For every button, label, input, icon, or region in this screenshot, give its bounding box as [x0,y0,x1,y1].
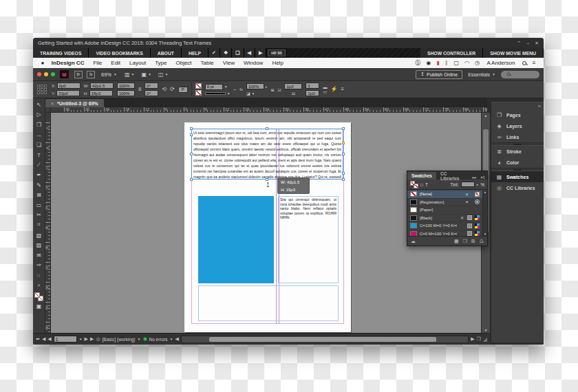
delete-swatch-icon[interactable]: ♺ [480,239,484,244]
video-nav-button[interactable]: HELP [182,48,208,58]
menu-item[interactable]: Layout [125,60,150,66]
menu-app-name[interactable]: InDesign CC [47,60,89,66]
opacity-field[interactable]: 100% [246,83,264,89]
stroke-style-dropdown[interactable] [205,92,226,95]
scale-y-field[interactable]: 100% [117,90,135,96]
menu-item[interactable]: Type [151,60,171,66]
drop-shadow-icon[interactable]: ◪ [246,91,250,96]
tool-button[interactable]: ⌕ [34,281,44,291]
fill-color-none[interactable] [195,83,202,89]
menubar-status-icon[interactable]: Ⓢ [413,59,423,67]
tool-button[interactable]: ▷ [34,110,44,120]
video-menu-button[interactable]: SHOW CONTROLLER [420,48,483,58]
apple-icon[interactable]: ● [39,60,47,66]
selection-handle[interactable] [190,153,193,155]
close-traffic-light[interactable] [37,72,41,76]
chevron-icon[interactable]: ▸ [477,182,479,186]
chevron-down-icon[interactable]: ▼ [138,337,141,341]
swatch-row[interactable]: [None] ✕ [407,190,482,199]
stock-button[interactable]: St [87,71,95,78]
stroke-color-none[interactable] [195,90,202,96]
zoom-traffic-light[interactable] [51,72,55,76]
page[interactable]: Ut esto ioremimagni ipsunt etur re, odi … [184,122,351,332]
blue-rectangle-frame[interactable] [198,196,274,283]
next-page-icon[interactable]: ▶ [85,336,88,342]
shear-field[interactable]: 0° [144,90,158,96]
collapse-panels-icon[interactable]: « [538,104,541,109]
menubar-status-icon[interactable]: ◉ [424,60,434,66]
formatting-affects-text-icon[interactable]: T [425,182,428,187]
selection-handle[interactable] [342,153,345,155]
player-control-icon[interactable]: ❑ [232,48,244,58]
player-control-icon[interactable]: ✓ [208,48,220,58]
tool-button[interactable]: ☞ [34,270,44,281]
menubar-status-icon[interactable]: ▮ [434,60,442,66]
cc-library-icon[interactable]: ☁ [411,239,416,244]
tool-button[interactable]: ↖ [34,100,44,110]
frame-fitting-icon[interactable]: ⊞ [270,87,274,92]
tool-button[interactable]: ✎ [34,180,44,190]
dock-panel-button[interactable]: ◕ Color [491,157,544,168]
swatch-row[interactable]: [Black] ✕ [407,215,482,223]
fill-stroke-proxy[interactable] [34,292,43,301]
spread-view-icon[interactable]: ❐ [477,336,481,342]
ruler-origin-box[interactable] [45,107,51,113]
menu-item[interactable]: File [89,60,106,66]
page-number-field[interactable]: 1 [54,336,77,342]
in-port[interactable] [190,133,193,136]
swatch-row[interactable]: C=100 M=0 Y=0 K=0 [407,222,482,230]
height-field[interactable]: 15p3 [89,90,113,96]
y-position-field[interactable]: 33p0 [56,90,80,96]
tab-close-icon[interactable]: × [51,101,54,106]
tool-button[interactable]: ∕ [34,160,44,171]
scroll-up-icon[interactable]: ▲ [482,113,490,118]
empty-text-frame[interactable] [198,285,339,321]
dock-panel-button[interactable]: ▦ Swatches [491,171,544,182]
close-icon[interactable]: ✕ [535,41,539,45]
video-nav-button[interactable]: VIDEO BOOKMARKS [89,48,150,58]
reference-point-proxy[interactable] [37,85,47,94]
formatting-affects-container-icon[interactable]: □ [420,182,423,187]
tool-button[interactable]: ⌗ [34,220,44,230]
preflight-icon[interactable]: ◎ [96,336,100,342]
video-nav-button[interactable]: TRAINING VIDEOS [33,48,89,58]
stroke-weight-field[interactable]: 0 pt [205,84,223,90]
notification-center-icon[interactable]: ≡ [530,60,538,66]
tool-button[interactable]: T [34,150,44,160]
menubar-status-icon[interactable]: ◷ [472,60,482,66]
new-group-icon[interactable]: ❐ [463,239,467,244]
tint-field[interactable] [461,182,475,187]
scrollbar-thumb[interactable] [209,337,436,342]
panel-menu-icon[interactable]: ▾≡ [478,175,487,179]
video-nav-button[interactable]: ABOUT [151,48,182,58]
menu-item[interactable]: Help [268,60,287,66]
swatch-row[interactable]: C=0 M=100 Y=0 K=0 [407,230,482,237]
hd-sd-toggle[interactable]: HD SD [268,50,286,56]
export-icon[interactable]: ➦ [36,336,40,342]
dock-panel-button[interactable]: ❐ Pages [491,109,544,120]
swatch-views-icon[interactable]: ▦ [454,239,459,244]
x-position-field[interactable]: 0p0 [57,83,81,89]
rotate-ccw-icon[interactable]: ⟲ [162,87,167,92]
selection-handle[interactable] [190,127,193,130]
text-wrap-offset-field[interactable]: 1p0 [284,83,302,89]
tool-button[interactable]: ✉ [34,250,44,261]
document-tab[interactable]: × *Untitled-3 @ 69% [45,99,104,107]
selection-handle[interactable] [342,127,345,130]
minimize-icon[interactable]: – [526,41,529,45]
dock-panel-button[interactable]: ◎ CC Libraries [491,182,544,193]
align-icons[interactable]: ▬▭ [323,85,327,94]
menubar-status-icon[interactable]: ▢ [451,60,462,66]
chevron-down-icon[interactable]: ▼ [79,337,83,341]
menu-item[interactable]: Table [197,60,218,66]
last-page-icon[interactable]: ▶ [90,336,94,342]
gutter-field[interactable]: 1p0 [306,90,319,96]
selection-handle[interactable] [190,178,193,181]
swatch-row[interactable]: [Registration] ✕ [407,199,482,207]
corner-options-handle[interactable] [342,142,345,144]
horizontal-scrollbar[interactable] [181,336,469,343]
tool-button[interactable]: ▭ [34,200,44,210]
fill-stroke-proxy[interactable] [410,181,418,188]
text-frame-selected[interactable]: Ut esto ioremimagni ipsunt etur re, odi … [191,129,343,179]
preflight-preset-label[interactable]: [Basic] (working) [103,337,136,342]
